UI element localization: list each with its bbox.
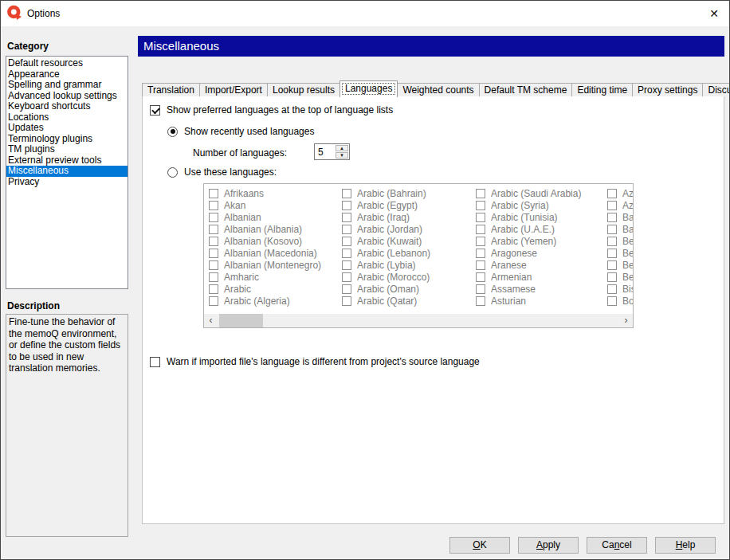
language-checkbox: [607, 225, 617, 234]
page-title: Miscellaneous: [138, 36, 724, 57]
language-checkbox: [342, 296, 351, 306]
category-item-miscellaneous[interactable]: Miscellaneous: [6, 166, 128, 177]
language-checkbox: [607, 189, 617, 198]
language-label: Arabic (Iraq): [357, 212, 410, 223]
language-label: Arabic (Algeria): [224, 296, 290, 307]
language-label: Bas: [622, 224, 634, 235]
show-preferred-row[interactable]: Show preferred languages at the top of l…: [150, 104, 393, 116]
language-checkbox: [607, 296, 617, 306]
language-checkbox: [607, 237, 617, 246]
language-checkbox: [209, 249, 218, 258]
language-checkbox: [476, 189, 485, 198]
language-checkbox: [209, 201, 218, 210]
category-item-advanced-lookup-settings[interactable]: Advanced lookup settings: [6, 91, 128, 102]
description-text: Fine-tune the behavior of the memoQ envi…: [6, 314, 128, 537]
scroll-left-icon[interactable]: ‹: [204, 314, 218, 327]
category-item-tm-plugins[interactable]: TM plugins: [6, 144, 128, 155]
language-checkbox: [607, 213, 617, 222]
ok-button[interactable]: OK: [449, 537, 510, 554]
language-item-aze: Aze: [607, 199, 634, 211]
horizontal-scrollbar[interactable]: ‹ ›: [204, 314, 633, 327]
language-item-akan: Akan: [209, 199, 321, 211]
warn-imported-checkbox[interactable]: [150, 357, 160, 367]
scroll-right-icon[interactable]: ›: [619, 314, 633, 327]
category-item-terminology-plugins[interactable]: Terminology plugins: [6, 134, 128, 145]
language-checkbox: [607, 249, 617, 258]
language-checkbox: [476, 284, 485, 294]
language-item-bis: Bis: [607, 283, 634, 295]
language-checkbox: [607, 201, 617, 210]
language-item-ben: Ben: [607, 247, 634, 259]
language-item-arabic: Arabic: [209, 283, 321, 295]
language-label: Arabic (Lybia): [357, 260, 416, 271]
category-item-spelling-and-grammar[interactable]: Spelling and grammar: [6, 80, 128, 91]
language-label: Arabic: [224, 284, 251, 295]
category-item-default-resources[interactable]: Default resources: [6, 58, 128, 69]
category-item-appearance[interactable]: Appearance: [6, 69, 128, 80]
language-label: Akan: [224, 200, 245, 211]
language-label: Arabic (Jordan): [357, 224, 422, 235]
language-checkbox: [607, 272, 617, 282]
language-label: Bel: [622, 236, 634, 247]
tab-translation[interactable]: Translation: [142, 83, 200, 96]
category-item-privacy[interactable]: Privacy: [6, 177, 128, 188]
language-label: Arabic (Yemen): [491, 236, 556, 247]
close-icon[interactable]: ✕: [705, 5, 723, 22]
language-item-arabic-algeria: Arabic (Algeria): [209, 295, 321, 307]
language-item-albanian-albania: Albanian (Albania): [209, 223, 321, 235]
tab-default-tm-scheme[interactable]: Default TM scheme: [479, 83, 573, 96]
language-item-arabic-egypt: Arabic (Egypt): [342, 199, 430, 211]
help-button[interactable]: Help: [655, 537, 716, 554]
language-label: Ber: [622, 260, 634, 271]
language-checkbox: [342, 201, 351, 210]
language-checkbox: [209, 237, 218, 246]
language-item-arabic-qatar: Arabic (Qatar): [342, 295, 430, 307]
language-item-arabic-lebanon: Arabic (Lebanon): [342, 247, 430, 259]
language-item-aze: Aze: [607, 187, 634, 199]
language-item-arabic-syria: Arabic (Syria): [476, 199, 581, 211]
spinner-up-icon[interactable]: ▲: [336, 145, 348, 151]
language-item-arabic-yemen: Arabic (Yemen): [476, 235, 581, 247]
memoq-logo-icon: [6, 5, 22, 21]
language-item-aranese: Aranese: [476, 259, 581, 271]
tab-import-export[interactable]: Import/Export: [199, 83, 268, 96]
language-label: Armenian: [491, 272, 532, 283]
category-item-keyboard-shortcuts[interactable]: Keyboard shortcuts: [6, 101, 128, 112]
category-item-external-preview-tools[interactable]: External preview tools: [6, 155, 128, 166]
language-label: Arabic (Oman): [357, 284, 419, 295]
spinner-down-icon[interactable]: ▼: [336, 152, 348, 159]
language-item-ber: Ber: [607, 271, 634, 283]
show-preferred-checkbox[interactable]: [150, 105, 160, 116]
language-item-arabic-bahrain: Arabic (Bahrain): [342, 187, 430, 199]
number-of-languages-stepper[interactable]: 5 ▲ ▼: [314, 143, 350, 160]
number-of-languages-value[interactable]: 5: [318, 147, 324, 158]
use-these-languages-radio[interactable]: [167, 167, 178, 178]
category-item-updates[interactable]: Updates: [6, 123, 128, 134]
apply-button[interactable]: Apply: [518, 537, 579, 554]
language-label: Arabic (Saudi Arabia): [491, 188, 581, 199]
language-item-arabic-u-a-e: Arabic (U.A.E.): [476, 223, 581, 235]
language-label: Arabic (Morocco): [357, 272, 430, 283]
recent-languages-label: Show recently used languages: [184, 126, 314, 137]
language-column: AzeAzeBamBasBelBenBerBerBisBos: [607, 187, 634, 307]
tab-proxy-settings[interactable]: Proxy settings: [632, 83, 703, 96]
recent-languages-row[interactable]: Show recently used languages: [167, 126, 314, 137]
tab-languages[interactable]: Languages: [339, 80, 398, 97]
tab-lookup-results[interactable]: Lookup results: [267, 83, 340, 96]
scrollbar-thumb[interactable]: [219, 314, 263, 327]
language-label: Ber: [622, 272, 634, 283]
recent-languages-radio[interactable]: [167, 127, 178, 137]
language-item-arabic-iraq: Arabic (Iraq): [342, 211, 430, 223]
language-label: Amharic: [224, 272, 259, 283]
warn-imported-row[interactable]: Warn if imported file's language is diff…: [150, 356, 480, 367]
tab-discussions[interactable]: Discussions: [702, 83, 730, 96]
tab-editing-time[interactable]: Editing time: [571, 83, 633, 96]
use-these-languages-row[interactable]: Use these languages:: [167, 166, 277, 178]
category-item-locations[interactable]: Locations: [6, 112, 128, 123]
language-label: Arabic (Egypt): [357, 200, 418, 211]
use-these-languages-label: Use these languages:: [184, 166, 277, 178]
tab-weighted-counts[interactable]: Weighted counts: [397, 83, 479, 96]
language-label: Arabic (Syria): [491, 200, 549, 211]
language-label: Aragonese: [491, 248, 537, 259]
cancel-button[interactable]: Cancel: [587, 537, 647, 554]
